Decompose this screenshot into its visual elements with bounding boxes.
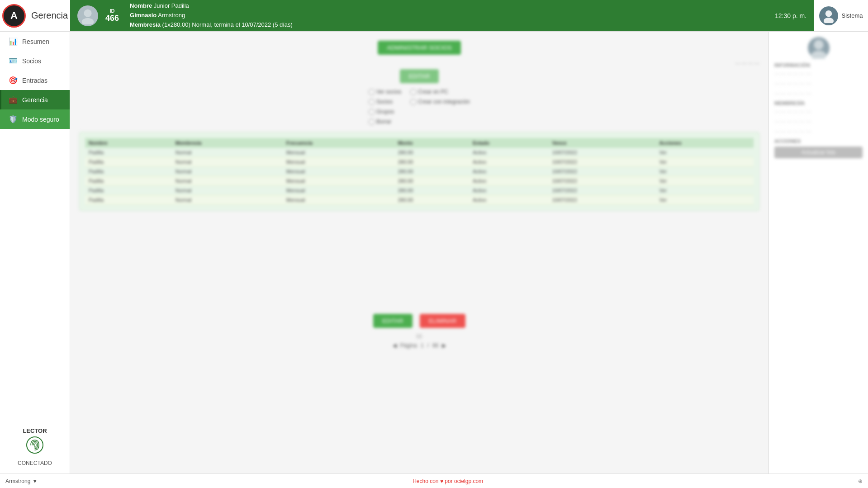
user-name: Sistema [842,12,863,19]
cell-membresia: Normal [172,195,283,205]
cell-membresia: Normal [172,176,283,186]
next-icon[interactable]: ▶ [442,342,446,349]
member-info: Nombre Junior Padilla Gimnasio Armstrong… [130,1,768,29]
prev-icon[interactable]: ◀ [393,342,397,349]
bottom-editar-button[interactable]: EDITAR [373,314,413,328]
col-nombre: Nombre [85,138,172,148]
table-row[interactable]: PadillaNormalMensual280.00Activo10/07/20… [85,195,754,205]
member-id-value: 466 [105,14,119,23]
cell-monto: 280.00 [394,148,469,157]
right-info-val2: — — — — — — [774,81,863,86]
main-content: ADMINISTRAR SOCIOS — — — — EDITAR Ver so… [70,32,768,474]
col-membresia: Membresía [172,138,283,148]
actualizar-foto-button[interactable]: Actualizar foto [774,147,863,158]
cell-membresia: Normal [172,148,283,157]
footer-location: ⊕ [858,478,863,484]
table-row[interactable]: PadillaNormalMensual280.00Activo10/07/20… [85,186,754,195]
cell-accion: Ver [656,176,754,186]
radio-label-crear-integracion: Crear con integración [418,99,470,105]
administrar-socios-button[interactable]: ADMINISTRAR SOCIOS [378,41,461,55]
cell-vence: 10/07/2022 [549,148,656,157]
cell-monto: 280.00 [394,186,469,195]
sidebar-label-modo-seguro: Modo seguro [22,116,59,123]
cell-accion: Ver [656,148,754,157]
table-row[interactable]: PadillaNormalMensual280.00Activo10/07/20… [85,157,754,167]
right-section-membresia: Membresía [774,100,863,106]
member-id-block: ID 466 [105,8,119,23]
lector-label: LECTOR [23,427,47,434]
table-row[interactable]: PadillaNormalMensual280.00Activo10/07/20… [85,148,754,157]
gimnasio-label: Gimnasio [130,12,157,19]
pagination-count: 66 [79,333,759,340]
svg-point-3 [823,18,833,23]
cell-membresia: Normal [172,186,283,195]
footer-credits: Hecho con ♥ por ocielgp.com [413,478,483,484]
cell-frecuencia: Mensual [283,186,394,195]
logo-letter: A [10,10,18,22]
fingerprint-icon [26,436,44,458]
member-banner: ID 466 Nombre Junior Padilla Gimnasio Ar… [70,0,814,31]
cell-monto: 280.00 [394,195,469,205]
sidebar-item-resumen[interactable]: 📊 Resumen [0,32,70,51]
modo-seguro-icon: 🛡️ [9,115,18,123]
gimnasio-value: Armstrong [158,12,185,19]
blurred-meta: — — — — [79,60,759,66]
form-col-left: Ver socios Socios Grupos Borrar [369,89,401,125]
location-icon[interactable]: ⊕ [858,478,863,484]
cell-nombre: Padilla [85,148,172,157]
pagination-separator: / [427,342,429,349]
col-acciones: Acciones [656,138,754,148]
cell-vence: 10/07/2022 [549,186,656,195]
edit-button-area: EDITAR [79,69,759,83]
svg-point-1 [82,18,94,24]
editar-button[interactable]: EDITAR [400,69,439,83]
member-name-row: Nombre Junior Padilla [130,1,768,11]
radio-crear-pc[interactable]: Crear en PC [410,89,470,95]
bottom-eliminar-button[interactable]: ELIMINAR [420,314,465,328]
footer-bar: Armstrong ▼ Hecho con ♥ por ocielgp.com … [0,474,868,488]
sidebar-item-gerencia[interactable]: 💼 Gerencia [0,90,70,109]
cell-monto: 280.00 [394,157,469,167]
footer-gym-dropdown[interactable]: Armstrong ▼ [5,478,38,484]
pagination-current: 1 [421,342,424,349]
made-with-text: Hecho con [413,478,438,484]
radio-crear-integracion[interactable]: Crear con integración [410,99,470,105]
cell-monto: 280.00 [394,167,469,176]
svg-point-0 [84,9,91,17]
bottom-actions: EDITAR ELIMINAR [79,314,759,328]
nombre-value: Junior Padilla [154,2,189,9]
radio-label-socios: Socios [376,99,393,105]
sidebar-item-modo-seguro[interactable]: 🛡️ Modo seguro [0,109,70,129]
right-info-val1: — — — — — — [774,71,863,76]
credits-by: por ocielgp.com [445,478,483,484]
user-area: Sistema [814,0,868,31]
empty-area [79,218,759,308]
sidebar: 📊 Resumen 🪪 Socios 🎯 Entradas 💼 Gerencia… [0,32,70,474]
sidebar-item-entradas[interactable]: 🎯 Entradas [0,71,70,90]
members-table: Nombre Membresía Frecuencia Monto Estado… [85,138,754,205]
sidebar-item-socios[interactable]: 🪪 Socios [0,51,70,71]
cell-estado: Activo [469,195,549,205]
radio-label-crear-pc: Crear en PC [418,89,448,95]
cell-membresia: Normal [172,167,283,176]
membresia-label: Membresía [130,21,161,28]
socios-icon: 🪪 [9,57,18,65]
blurred-top-section: ADMINISTRAR SOCIOS — — — — [79,41,759,66]
conectado-label: CONECTADO [18,460,52,466]
sidebar-label-gerencia: Gerencia [22,96,48,104]
table-header-row: Nombre Membresía Frecuencia Monto Estado… [85,138,754,148]
table-row[interactable]: PadillaNormalMensual280.00Activo10/07/20… [85,176,754,186]
cell-frecuencia: Mensual [283,195,394,205]
radio-ver-socios[interactable]: Ver socios [369,89,401,95]
right-section-info: Información [774,62,863,68]
membresia-value: (1x280.00) Normal, termina el 10/07/2022… [162,21,293,28]
radio-borrar[interactable]: Borrar [369,118,401,125]
radio-socios[interactable]: Socios [369,99,401,105]
radio-grupos[interactable]: Grupos [369,109,401,115]
cell-estado: Activo [469,148,549,157]
cell-nombre: Padilla [85,186,172,195]
dropdown-arrow-icon: ▼ [32,478,38,484]
right-member-avatar [808,37,830,59]
pagination-label: Página [400,342,417,349]
table-row[interactable]: PadillaNormalMensual280.00Activo10/07/20… [85,167,754,176]
